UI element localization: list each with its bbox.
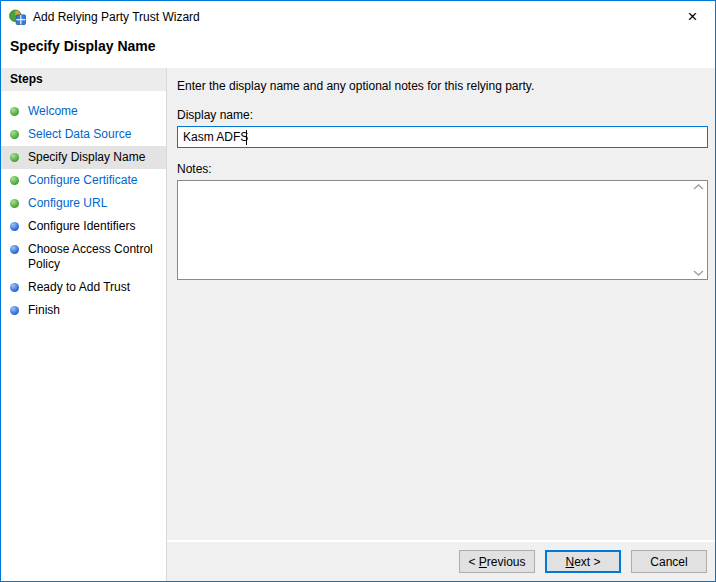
display-name-label: Display name: bbox=[177, 108, 708, 123]
step-label: Choose Access Control Policy bbox=[28, 242, 160, 272]
wizard-window: Add Relying Party Trust Wizard × Specify… bbox=[0, 0, 716, 582]
title-bar: Add Relying Party Trust Wizard × bbox=[1, 1, 715, 32]
sidebar-step: Specify Display Name bbox=[1, 146, 166, 169]
wizard-content: Steps Welcome Select Data Source Specify… bbox=[1, 68, 715, 581]
sidebar-step[interactable]: Configure Certificate bbox=[1, 169, 166, 192]
step-bullet-icon bbox=[10, 245, 19, 254]
step-label: Finish bbox=[28, 303, 60, 318]
display-name-input[interactable]: Kasm ADFS bbox=[177, 126, 708, 148]
steps-list: Welcome Select Data Source Specify Displ… bbox=[1, 100, 166, 322]
steps-heading: Steps bbox=[1, 68, 166, 91]
notes-textarea[interactable] bbox=[177, 180, 708, 280]
button-bar: < Previous Next > Cancel bbox=[167, 540, 715, 581]
step-label: Specify Display Name bbox=[28, 150, 145, 165]
step-bullet-icon bbox=[10, 306, 19, 315]
notes-label: Notes: bbox=[177, 162, 708, 177]
adfs-wizard-icon bbox=[9, 9, 26, 25]
close-button[interactable]: × bbox=[670, 1, 715, 31]
step-label: Configure Certificate bbox=[28, 173, 137, 188]
chevron-down-icon[interactable] bbox=[693, 270, 704, 276]
chevron-up-icon[interactable] bbox=[693, 184, 704, 190]
step-bullet-icon bbox=[10, 176, 19, 185]
next-button[interactable]: Next > bbox=[545, 550, 621, 573]
step-label: Ready to Add Trust bbox=[28, 280, 130, 295]
sidebar-step[interactable]: Welcome bbox=[1, 100, 166, 123]
description-text: Enter the display name and any optional … bbox=[177, 79, 708, 94]
step-label: Welcome bbox=[28, 104, 78, 119]
sidebar-step: Ready to Add Trust bbox=[1, 276, 166, 299]
display-name-value: Kasm ADFS bbox=[183, 128, 248, 146]
steps-sidebar: Steps Welcome Select Data Source Specify… bbox=[1, 68, 167, 581]
step-bullet-icon bbox=[10, 153, 19, 162]
step-bullet-icon bbox=[10, 283, 19, 292]
step-label: Select Data Source bbox=[28, 127, 131, 142]
step-bullet-icon bbox=[10, 222, 19, 231]
previous-button[interactable]: < Previous bbox=[459, 550, 535, 573]
main-panel: Enter the display name and any optional … bbox=[167, 68, 715, 581]
sidebar-step: Finish bbox=[1, 299, 166, 322]
page-title: Specify Display Name bbox=[1, 32, 715, 68]
step-bullet-icon bbox=[10, 199, 19, 208]
cancel-button[interactable]: Cancel bbox=[631, 550, 707, 573]
step-bullet-icon bbox=[10, 130, 19, 139]
step-label: Configure URL bbox=[28, 196, 107, 211]
step-bullet-icon bbox=[10, 107, 19, 116]
sidebar-step[interactable]: Configure URL bbox=[1, 192, 166, 215]
sidebar-step: Choose Access Control Policy bbox=[1, 238, 166, 276]
window-title: Add Relying Party Trust Wizard bbox=[33, 10, 200, 24]
close-icon: × bbox=[688, 8, 698, 25]
step-label: Configure Identifiers bbox=[28, 219, 135, 234]
sidebar-step[interactable]: Select Data Source bbox=[1, 123, 166, 146]
text-caret-icon bbox=[246, 130, 247, 145]
sidebar-step: Configure Identifiers bbox=[1, 215, 166, 238]
